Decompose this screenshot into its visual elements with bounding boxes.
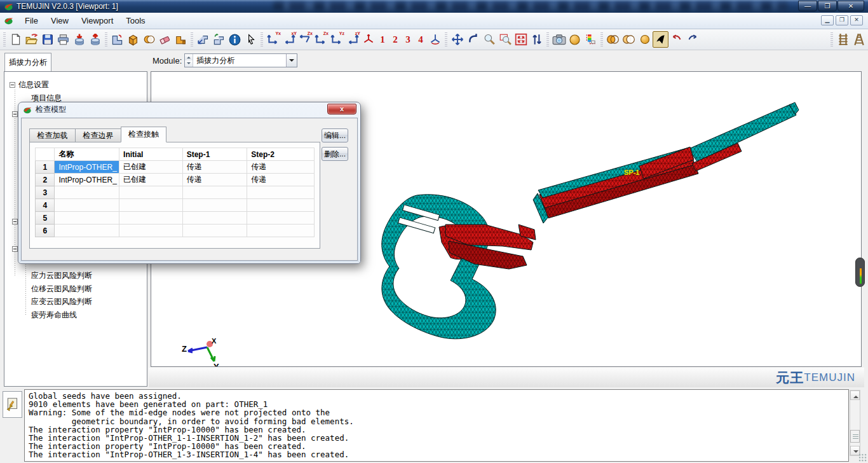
rail-merge-icon[interactable] [851, 31, 867, 48]
dialog-title-bar[interactable]: 检查模型 x [18, 102, 360, 117]
create-part-icon[interactable] [109, 31, 125, 48]
edit-feature-icon[interactable] [211, 31, 227, 48]
rotate-triad-icon[interactable] [427, 31, 443, 48]
col-step2: Step-2 [247, 148, 315, 161]
tree-item-fatigue-life-curve[interactable]: 疲劳寿命曲线 [31, 310, 77, 321]
view-orientation-3-icon[interactable]: Zx [297, 31, 313, 48]
message-area: Global seeds have been assigned. 9010 el… [0, 388, 868, 463]
module-value: 插拔力分析 [193, 55, 286, 66]
open-file-icon[interactable] [24, 31, 39, 48]
close-button[interactable]: ✕ [837, 1, 864, 11]
viewport-side-handle[interactable] [855, 258, 865, 287]
axis-triad: Z X Y [182, 337, 219, 366]
app-logo-icon-small [4, 16, 13, 25]
message-log-button[interactable] [3, 391, 22, 418]
svg-text:Y: Y [214, 362, 219, 366]
dialog-close-button[interactable]: x [327, 104, 356, 114]
overlap-circles-1-icon[interactable] [605, 31, 621, 48]
import-database-icon[interactable] [71, 31, 87, 48]
menu-view[interactable]: View [44, 13, 75, 28]
select-cursor-icon[interactable] [243, 31, 259, 48]
table-row[interactable]: 6 [36, 225, 315, 237]
selected-cell[interactable]: IntProp-OTHER_ [55, 161, 119, 174]
view-orientation-1-icon[interactable]: Yx [265, 31, 281, 48]
toolbar-grip [600, 32, 603, 46]
tree-item-displacement-contour-risk[interactable]: 位移云图风险判断 [31, 284, 92, 294]
mdi-restore-button[interactable]: ❐ [836, 15, 848, 25]
chevron-down-icon[interactable] [286, 54, 297, 67]
view-orientation-4-icon[interactable]: Zx [313, 31, 329, 48]
assembly-step-icon[interactable] [173, 31, 189, 48]
tree-collapse-icon[interactable] [12, 219, 18, 225]
scroll-up-icon[interactable] [850, 390, 860, 400]
zoom-region-icon[interactable] [497, 31, 513, 48]
rotate-view-icon[interactable] [465, 31, 481, 48]
axis-triad-icon[interactable] [360, 31, 376, 48]
fit-view-icon[interactable] [513, 31, 529, 48]
table-row[interactable]: 1 IntProp-OTHER_ 已创建 传递 传递 [36, 161, 315, 174]
mdi-close-button[interactable]: ✕ [850, 15, 863, 25]
analysis-tab[interactable]: 插拔力分析 [4, 53, 51, 71]
temujin-app-window: { "window": { "title": "TEMUJIN V2.0.3 [… [0, 0, 868, 463]
snapshot-camera-icon[interactable] [551, 31, 567, 48]
tab-check-loading[interactable]: 检查加载 [29, 128, 75, 142]
sphere-icon[interactable] [637, 31, 653, 48]
log-scrollbar[interactable] [850, 390, 860, 456]
menu-file[interactable]: File [18, 13, 44, 28]
redo-icon[interactable] [684, 31, 700, 48]
tree-item-info-settings[interactable]: 信息设置 [10, 79, 49, 90]
tree-item-strain-contour-risk[interactable]: 应变云图风险判断 [31, 296, 92, 307]
col-name: 名称 [55, 148, 119, 161]
print-icon[interactable] [55, 31, 71, 48]
tab-check-boundary[interactable]: 检查边界 [75, 128, 121, 142]
view-preset-4-button[interactable]: 4 [414, 34, 427, 45]
tree-collapse-icon[interactable] [12, 111, 18, 117]
restore-button[interactable]: ❐ [818, 1, 837, 11]
tab-check-contact[interactable]: 检查接触 [121, 127, 166, 142]
table-row[interactable]: 5 [36, 212, 315, 225]
zoom-icon[interactable] [481, 31, 497, 48]
menu-tools[interactable]: Tools [119, 13, 151, 28]
message-log[interactable]: Global seeds have been assigned. 9010 el… [24, 389, 849, 462]
view-orientation-2-icon[interactable]: xY [281, 31, 297, 48]
info-icon[interactable] [227, 31, 243, 48]
buckle-part [382, 195, 536, 339]
undo-icon[interactable] [668, 31, 684, 48]
menu-viewport[interactable]: Viewport [75, 13, 119, 28]
sort-updown-icon[interactable] [529, 31, 545, 48]
eraser-icon[interactable] [157, 31, 173, 48]
view-orientation-5-icon[interactable]: Yz [329, 31, 344, 48]
view-preset-1-button[interactable]: 1 [376, 34, 389, 45]
edit-button[interactable]: 编辑... [322, 128, 348, 142]
delete-button[interactable]: 删除... [322, 147, 348, 161]
toolbar-grip [191, 32, 193, 46]
create-cube-icon[interactable] [125, 31, 141, 48]
table-row[interactable]: 4 [36, 199, 315, 212]
tree-item-stress-contour-risk[interactable]: 应力云图风险判断 [31, 270, 92, 281]
tree-collapse-icon[interactable] [12, 246, 18, 252]
save-icon[interactable] [39, 31, 55, 48]
view-preset-2-button[interactable]: 2 [389, 34, 402, 45]
contour-legend-icon[interactable] [583, 31, 599, 48]
resize-grip[interactable] [858, 453, 867, 462]
tree-collapse-icon[interactable] [10, 82, 15, 88]
measure-feature-icon[interactable] [195, 31, 211, 48]
rail-straight-icon[interactable] [835, 31, 851, 48]
table-row[interactable]: 2 IntProp-OTHER_ 已创建 传递 传递 [36, 174, 315, 186]
minimize-button[interactable]: — [798, 1, 817, 11]
export-database-icon[interactable] [87, 31, 103, 48]
surface-label: SP-1 [624, 169, 639, 176]
mdi-minimize-button[interactable]: ▁ [821, 15, 834, 25]
module-combobox[interactable]: 插拔力分析 [184, 53, 297, 67]
boolean-operation-icon[interactable] [141, 31, 157, 48]
overlap-circles-2-icon[interactable] [621, 31, 637, 48]
view-preset-3-button[interactable]: 3 [402, 34, 414, 45]
scrollbar-thumb[interactable] [850, 430, 860, 443]
table-row[interactable]: 3 [36, 186, 315, 199]
select-arrow-icon[interactable] [653, 31, 668, 48]
module-spinner[interactable] [185, 54, 193, 67]
new-file-icon[interactable] [8, 31, 24, 48]
pan-icon[interactable] [449, 31, 465, 48]
shaded-sphere-icon[interactable] [567, 31, 583, 48]
view-orientation-6-icon[interactable]: zY [344, 31, 360, 48]
